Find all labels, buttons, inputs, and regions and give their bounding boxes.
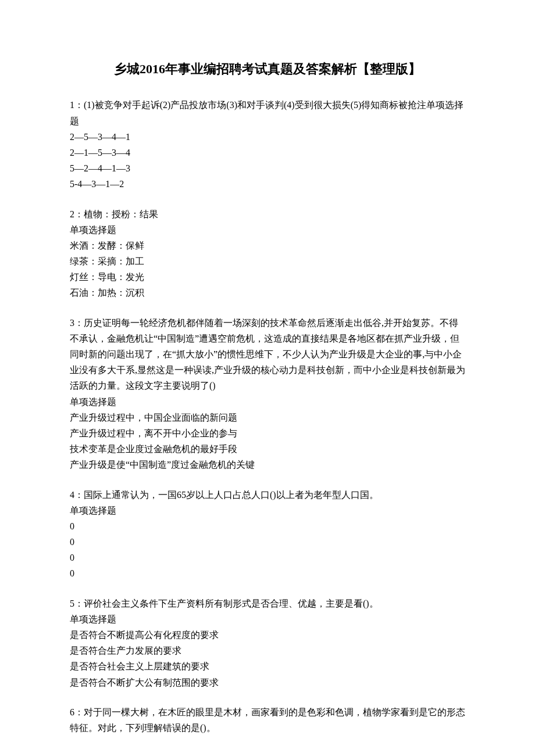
question-option: 绿茶：采摘：加工 bbox=[70, 253, 465, 269]
question-stem: 2：植物：授粉：结果 bbox=[70, 206, 465, 222]
question-stem: 1：(1)被竞争对手起诉(2)产品投放市场(3)和对手谈判(4)受到很大损失(5… bbox=[70, 97, 465, 128]
question-option: 产业升级过程中，中国企业面临的新问题 bbox=[70, 410, 465, 425]
question-option: 0 bbox=[70, 518, 465, 534]
question-option: 是否符合不断扩大公有制范围的要求 bbox=[70, 675, 465, 690]
question-type: 单项选择题 bbox=[70, 611, 465, 627]
question-option: 石油：加热：沉积 bbox=[70, 285, 465, 300]
question-5: 5：评价社会主义条件下生产资料所有制形式是否合理、优越，主要是看()。 单项选择… bbox=[70, 596, 465, 690]
question-stem: 4：国际上通常认为，一国65岁以上人口占总人口()以上者为老年型人口国。 bbox=[70, 487, 465, 503]
question-6: 6：对于同一棵大树，在木匠的眼里是木材，画家看到的是色彩和色调，植物学家看到是它… bbox=[70, 704, 465, 736]
question-4: 4：国际上通常认为，一国65岁以上人口占总人口()以上者为老年型人口国。 单项选… bbox=[70, 487, 465, 582]
question-1: 1：(1)被竞争对手起诉(2)产品投放市场(3)和对手谈判(4)受到很大损失(5… bbox=[70, 97, 465, 192]
question-option: 2—1—5—3—4 bbox=[70, 145, 465, 160]
question-option: 产业升级过程中，离不开中小企业的参与 bbox=[70, 425, 465, 441]
question-type: 单项选择题 bbox=[70, 394, 465, 410]
question-option: 2—5—3—4—1 bbox=[70, 129, 465, 145]
question-option: 5—2—4—1—3 bbox=[70, 160, 465, 176]
question-stem: 5：评价社会主义条件下生产资料所有制形式是否合理、优越，主要是看()。 bbox=[70, 596, 465, 611]
question-option: 是否符合生产力发展的要求 bbox=[70, 643, 465, 658]
question-stem: 6：对于同一棵大树，在木匠的眼里是木材，画家看到的是色彩和色调，植物学家看到是它… bbox=[70, 704, 465, 736]
question-3: 3：历史证明每一轮经济危机都伴随着一场深刻的技术革命然后逐渐走出低谷,并开始复苏… bbox=[70, 315, 465, 473]
question-option: 产业升级是使“中国制造”度过金融危机的关键 bbox=[70, 457, 465, 472]
question-option: 0 bbox=[70, 565, 465, 581]
question-option: 技术变革是企业度过金融危机的最好手段 bbox=[70, 441, 465, 457]
document-title: 乡城2016年事业编招聘考试真题及答案解析【整理版】 bbox=[70, 58, 465, 80]
question-option: 米酒：发酵：保鲜 bbox=[70, 238, 465, 253]
question-type: 单项选择题 bbox=[70, 503, 465, 518]
question-type: 单项选择题 bbox=[70, 222, 465, 238]
question-2: 2：植物：授粉：结果 单项选择题 米酒：发酵：保鲜 绿茶：采摘：加工 灯丝：导电… bbox=[70, 206, 465, 301]
question-option: 灯丝：导电：发光 bbox=[70, 269, 465, 285]
question-stem: 3：历史证明每一轮经济危机都伴随着一场深刻的技术革命然后逐渐走出低谷,并开始复苏… bbox=[70, 315, 465, 394]
question-option: 0 bbox=[70, 534, 465, 550]
question-option: 是否符合不断提高公有化程度的要求 bbox=[70, 627, 465, 643]
question-option: 是否符合社会主义上层建筑的要求 bbox=[70, 658, 465, 674]
question-option: 5-4—3—1—2 bbox=[70, 176, 465, 192]
question-option: 0 bbox=[70, 550, 465, 565]
